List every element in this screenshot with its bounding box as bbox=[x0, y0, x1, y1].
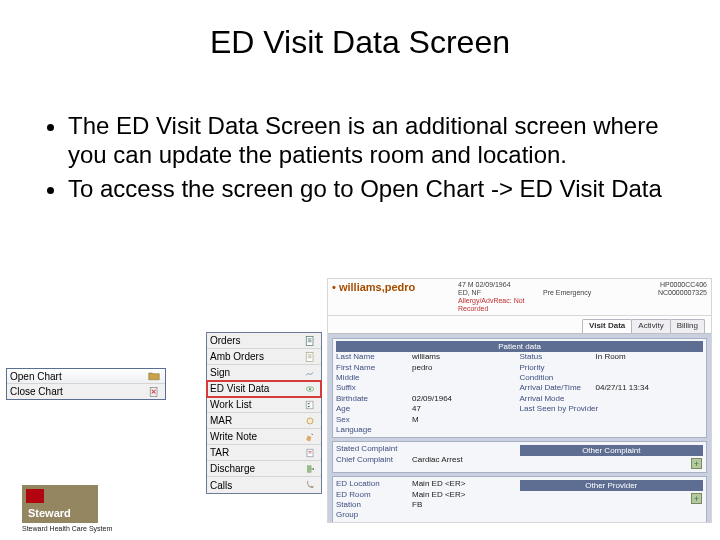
field-value: 47 bbox=[412, 404, 421, 414]
logo-mark: Steward bbox=[22, 485, 98, 523]
chart-submenu: Orders Amb Orders Sign ED Visit Data Wor… bbox=[206, 332, 322, 494]
logo-subtext: Steward Health Care System bbox=[22, 525, 122, 532]
open-chart-menu: Open Chart Close Chart bbox=[6, 368, 166, 400]
field-label: Priority bbox=[520, 363, 592, 373]
field-value: williams bbox=[412, 352, 440, 362]
write-note-icon bbox=[302, 431, 318, 443]
field-label: Group bbox=[336, 510, 408, 520]
field-label: Middle bbox=[336, 373, 408, 383]
field-value: pedro bbox=[412, 363, 432, 373]
menu-item-tar[interactable]: TAR bbox=[207, 445, 321, 461]
location-provider-panel: ED LocationMain ED <ER> ED RoomMain ED <… bbox=[332, 476, 707, 522]
ehr-tabs: Visit Data Activity Billing bbox=[328, 316, 711, 334]
menu-item-sign[interactable]: Sign bbox=[207, 365, 321, 381]
header-allergy: Allergy/AdvReac: Not Recorded bbox=[458, 297, 537, 313]
menu-label: MAR bbox=[210, 415, 232, 426]
field-value: Main ED <ER> bbox=[412, 490, 465, 500]
field-label: Last Seen by Provider bbox=[520, 404, 592, 414]
mar-icon bbox=[302, 415, 318, 427]
menu-item-open-chart[interactable]: Open Chart bbox=[7, 369, 165, 384]
menu-label: Close Chart bbox=[10, 386, 63, 397]
menu-item-close-chart[interactable]: Close Chart bbox=[7, 384, 165, 399]
discharge-icon bbox=[302, 463, 318, 475]
field-label: ED Provider bbox=[336, 521, 408, 522]
header-id-1: HP0000CC406 bbox=[628, 281, 707, 289]
header-id-2: NC0000007325 bbox=[628, 289, 707, 297]
menu-label: ED Visit Data bbox=[210, 383, 269, 394]
patient-name-text: williams,pedro bbox=[339, 281, 415, 293]
svg-point-6 bbox=[307, 418, 313, 424]
field-label: Station bbox=[336, 500, 408, 510]
visit-data-icon bbox=[302, 383, 318, 395]
add-complaint-button[interactable]: + bbox=[691, 458, 702, 469]
bullet-item: The ED Visit Data Screen is an additiona… bbox=[68, 111, 680, 170]
field-label: First Name bbox=[336, 363, 408, 373]
menu-label: Discharge bbox=[210, 463, 255, 474]
complaint-left: Stated Complaint Chief ComplaintCardiac … bbox=[336, 444, 520, 470]
field-value: 04/27/11 13:34 bbox=[596, 383, 649, 393]
field-label: Status bbox=[520, 352, 592, 362]
field-label: Condition bbox=[520, 373, 592, 383]
screenshot-overlay: Open Chart Close Chart Orders Amb Orders… bbox=[0, 278, 720, 540]
menu-label: TAR bbox=[210, 447, 229, 458]
menu-label: Amb Orders bbox=[210, 351, 264, 362]
logo-word: Steward bbox=[28, 507, 71, 519]
add-provider-button[interactable]: + bbox=[691, 493, 702, 504]
tar-icon bbox=[302, 447, 318, 459]
field-value: 02/09/1964 bbox=[412, 394, 452, 404]
menu-label: Sign bbox=[210, 367, 230, 378]
menu-item-amb-orders[interactable]: Amb Orders bbox=[207, 349, 321, 365]
header-visit-type: Pre Emergency bbox=[543, 289, 622, 297]
header-col-1: 47 M 02/09/1964 ED, NF Allergy/AdvReac: … bbox=[458, 281, 537, 313]
complaint-panel: Stated Complaint Chief ComplaintCardiac … bbox=[332, 441, 707, 473]
field-value: M bbox=[412, 415, 419, 425]
sign-icon bbox=[302, 367, 318, 379]
ehr-header: • williams,pedro 47 M 02/09/1964 ED, NF … bbox=[328, 279, 711, 316]
field-label: Last Name bbox=[336, 352, 408, 362]
header-col-2: Pre Emergency bbox=[543, 281, 622, 313]
field-label: Arrival Mode bbox=[520, 394, 592, 404]
menu-item-ed-visit-data[interactable]: ED Visit Data bbox=[207, 381, 321, 397]
tab-visit-data[interactable]: Visit Data bbox=[582, 319, 632, 333]
menu-label: Write Note bbox=[210, 431, 257, 442]
ehr-panel: • williams,pedro 47 M 02/09/1964 ED, NF … bbox=[327, 278, 712, 523]
tab-activity[interactable]: Activity bbox=[631, 319, 670, 333]
menu-item-work-list[interactable]: Work List bbox=[207, 397, 321, 413]
menu-item-mar[interactable]: MAR bbox=[207, 413, 321, 429]
menu-item-discharge[interactable]: Discharge bbox=[207, 461, 321, 477]
menu-item-write-note[interactable]: Write Note bbox=[207, 429, 321, 445]
tab-billing[interactable]: Billing bbox=[670, 319, 705, 333]
other-provider-header: Other Provider bbox=[520, 480, 704, 491]
bullet-list: The ED Visit Data Screen is an additiona… bbox=[0, 61, 720, 203]
header-location: ED, NF bbox=[458, 289, 537, 297]
complaint-right: Other Complaint + bbox=[520, 444, 704, 470]
bullet-item: To access the screen go to Open Chart ->… bbox=[68, 174, 680, 203]
ehr-body: Patient data Last Namewilliams First Nam… bbox=[328, 334, 711, 522]
patient-left-col: Last Namewilliams First Namepedro Middle… bbox=[336, 352, 520, 435]
panel-header: Patient data bbox=[336, 341, 703, 352]
menu-item-orders[interactable]: Orders bbox=[207, 333, 321, 349]
svg-rect-5 bbox=[306, 401, 313, 409]
field-label: Stated Complaint bbox=[336, 444, 408, 454]
close-file-icon bbox=[146, 386, 162, 398]
amb-orders-icon bbox=[302, 351, 318, 363]
menu-label: Open Chart bbox=[10, 371, 62, 382]
calls-icon bbox=[302, 479, 318, 491]
field-label: ED Room bbox=[336, 490, 408, 500]
field-label: Arrival Date/Time bbox=[520, 383, 592, 393]
field-label: Birthdate bbox=[336, 394, 408, 404]
menu-item-calls[interactable]: Calls bbox=[207, 477, 321, 493]
orders-icon bbox=[302, 335, 318, 347]
header-col-3: HP0000CC406 NC0000007325 bbox=[628, 281, 707, 313]
field-label: Age bbox=[336, 404, 408, 414]
field-label: ED Location bbox=[336, 479, 408, 489]
field-value: In Room bbox=[596, 352, 626, 362]
svg-rect-2 bbox=[306, 352, 313, 361]
field-value: Cardiac Arrest bbox=[412, 455, 463, 465]
field-value: FB bbox=[412, 500, 422, 510]
menu-label: Calls bbox=[210, 480, 232, 491]
folder-icon bbox=[146, 370, 162, 382]
field-value: Main ED <ER> bbox=[412, 479, 465, 489]
steward-logo: Steward Steward Health Care System bbox=[22, 485, 122, 532]
svg-rect-1 bbox=[306, 336, 313, 345]
